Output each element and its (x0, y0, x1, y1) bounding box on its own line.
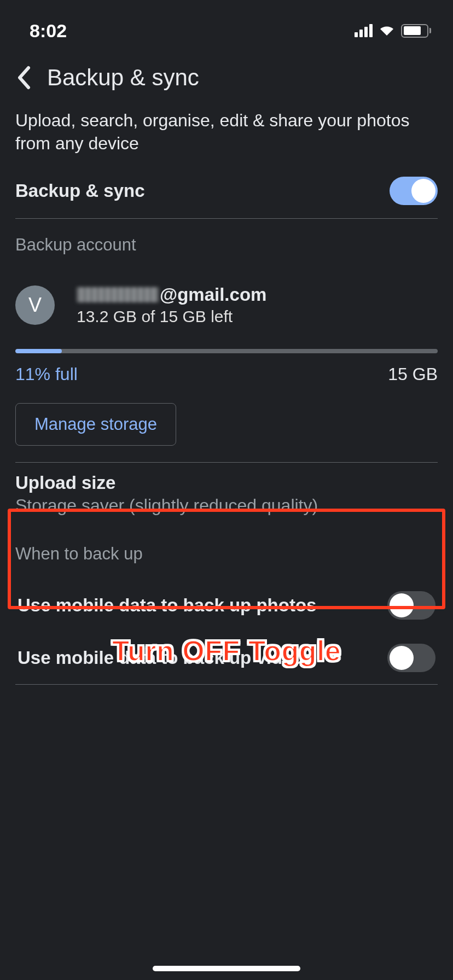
battery-icon (401, 24, 431, 38)
upload-size-row[interactable]: Upload size Storage saver (slightly redu… (15, 463, 438, 521)
back-icon[interactable] (16, 66, 32, 90)
manage-storage-button[interactable]: Manage storage (15, 403, 176, 446)
storage-progress-fill (15, 349, 62, 353)
annotation-text: Turn OFF Toggle (0, 634, 453, 667)
storage-meta: 11% full 15 GB (15, 353, 438, 403)
backup-sync-label: Backup & sync (15, 180, 145, 201)
divider (15, 684, 438, 685)
mobile-data-photos-row: Use mobile data to back up photos (15, 579, 438, 632)
upload-size-subtitle: Storage saver (slightly reduced quality) (15, 495, 438, 516)
mobile-data-photos-label: Use mobile data to back up photos (18, 595, 316, 616)
storage-progress-track (15, 349, 438, 353)
backup-account-caption: Backup account (15, 219, 438, 265)
page-description: Upload, search, organise, edit & share y… (15, 102, 438, 169)
account-row[interactable]: V @gmail.com 13.2 GB of 15 GB left (15, 265, 438, 342)
storage-percent: 11% full (15, 364, 78, 384)
status-icons (355, 24, 431, 38)
status-time: 8:02 (30, 20, 67, 42)
page-header: Backup & sync (0, 49, 453, 102)
wifi-icon (378, 24, 396, 37)
email-suffix: @gmail.com (160, 284, 266, 305)
upload-size-title: Upload size (15, 472, 438, 495)
backup-sync-row: Backup & sync (15, 169, 438, 218)
cellular-signal-icon (355, 24, 373, 37)
account-email: @gmail.com (77, 284, 266, 305)
page-title: Backup & sync (47, 65, 199, 91)
storage-total: 15 GB (388, 364, 438, 384)
backup-sync-toggle[interactable] (390, 177, 438, 205)
avatar: V (15, 285, 55, 325)
status-bar: 8:02 (0, 0, 453, 49)
home-indicator[interactable] (153, 966, 300, 971)
redacted-email-prefix (77, 287, 159, 302)
when-to-backup-caption: When to back up (15, 521, 438, 579)
mobile-data-photos-toggle[interactable] (387, 591, 435, 620)
account-storage-left: 13.2 GB of 15 GB left (77, 307, 266, 326)
